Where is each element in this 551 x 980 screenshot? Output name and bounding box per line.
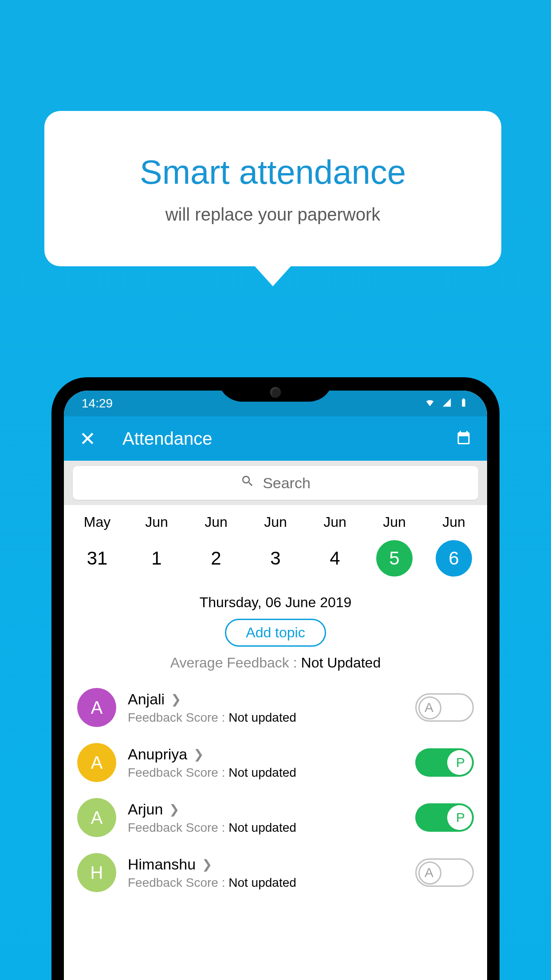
student-name: Arjun❯	[128, 801, 404, 818]
student-info[interactable]: Anjali❯Feedback Score : Not updated	[128, 691, 404, 725]
avg-feedback-label: Average Feedback :	[170, 655, 301, 671]
toggle-state-letter: P	[456, 810, 465, 825]
date-day-number: 31	[87, 548, 108, 569]
feedback-line: Feedback Score : Not updated	[128, 876, 404, 890]
student-info[interactable]: Anupriya❯Feedback Score : Not updated	[128, 746, 404, 780]
chevron-right-icon: ❯	[169, 802, 179, 817]
date-month: Jun	[264, 514, 287, 530]
date-day-circle: 31	[79, 540, 115, 577]
student-row: AArjun❯Feedback Score : Not updatedP	[64, 790, 487, 845]
avatar: A	[77, 743, 116, 782]
date-day-number: 4	[330, 548, 340, 569]
date-cell[interactable]: Jun2	[186, 514, 246, 577]
student-name: Himanshu❯	[128, 856, 404, 873]
date-month: Jun	[145, 514, 168, 530]
date-day-number: 6	[449, 548, 459, 569]
date-month: Jun	[383, 514, 406, 530]
avatar: A	[77, 688, 116, 727]
appbar: ✕ Attendance	[64, 416, 487, 461]
date-cell[interactable]: Jun6	[424, 514, 484, 577]
student-row: AAnupriya❯Feedback Score : Not updatedP	[64, 735, 487, 790]
wifi-icon	[424, 396, 436, 411]
student-info[interactable]: Arjun❯Feedback Score : Not updated	[128, 801, 404, 835]
toggle-state-letter: P	[456, 755, 465, 770]
search-placeholder: Search	[263, 474, 311, 492]
search-input[interactable]: Search	[73, 466, 478, 500]
avg-feedback-value: Not Updated	[301, 655, 381, 671]
date-day-circle: 4	[317, 540, 353, 577]
student-name: Anjali❯	[128, 691, 404, 708]
date-day-circle: 5	[376, 540, 413, 577]
promo-title: Smart attendance	[140, 153, 406, 191]
attendance-toggle[interactable]: A	[415, 858, 474, 887]
avatar: A	[77, 798, 116, 837]
date-month: Jun	[205, 514, 228, 530]
battery-icon	[458, 396, 469, 411]
statusbar-time: 14:29	[82, 396, 113, 411]
date-day-number: 3	[270, 548, 280, 569]
date-cell[interactable]: Jun4	[305, 514, 365, 577]
selected-full-date: Thursday, 06 June 2019	[64, 594, 487, 611]
date-day-circle: 2	[198, 540, 234, 577]
student-name: Anupriya❯	[128, 746, 404, 763]
cellular-icon	[441, 396, 453, 411]
date-cell[interactable]: Jun1	[127, 514, 186, 577]
phone-frame: 14:29 ✕ Attendance	[51, 377, 500, 980]
student-info[interactable]: Himanshu❯Feedback Score : Not updated	[128, 856, 404, 890]
avatar: H	[77, 853, 116, 892]
searchbar-container: Search	[64, 461, 487, 505]
date-month: May	[84, 514, 110, 530]
chevron-right-icon: ❯	[202, 857, 212, 872]
appbar-title: Attendance	[122, 429, 456, 449]
feedback-line: Feedback Score : Not updated	[128, 821, 404, 835]
calendar-icon[interactable]	[456, 430, 472, 447]
average-feedback: Average Feedback : Not Updated	[64, 655, 487, 671]
feedback-line: Feedback Score : Not updated	[128, 711, 404, 725]
date-day-number: 2	[211, 548, 221, 569]
add-topic-button[interactable]: Add topic	[225, 619, 326, 647]
date-day-circle: 6	[436, 540, 472, 577]
attendance-toggle[interactable]: P	[415, 803, 474, 832]
search-icon	[240, 474, 255, 492]
chevron-right-icon: ❯	[193, 747, 204, 762]
date-strip: May31Jun1Jun2Jun3Jun4Jun5Jun6	[64, 505, 487, 590]
date-cell[interactable]: Jun3	[246, 514, 305, 577]
phone-notch	[218, 377, 333, 402]
student-row: HHimanshu❯Feedback Score : Not updatedA	[64, 845, 487, 900]
chevron-right-icon: ❯	[171, 692, 181, 707]
student-row: AAnjali❯Feedback Score : Not updatedA	[64, 680, 487, 735]
promo-subtitle: will replace your paperwork	[165, 205, 381, 225]
date-month: Jun	[442, 514, 465, 530]
date-cell[interactable]: Jun5	[365, 514, 424, 577]
date-day-number: 1	[151, 548, 161, 569]
date-month: Jun	[323, 514, 346, 530]
close-icon[interactable]: ✕	[79, 427, 96, 450]
student-list: AAnjali❯Feedback Score : Not updatedAAAn…	[64, 680, 487, 900]
attendance-toggle[interactable]: A	[415, 693, 474, 722]
date-day-circle: 1	[138, 540, 175, 577]
app-screen: 14:29 ✕ Attendance	[64, 391, 487, 980]
toggle-state-letter: A	[425, 865, 433, 880]
promo-bubble: Smart attendance will replace your paper…	[44, 111, 501, 266]
toggle-state-letter: A	[425, 700, 433, 715]
attendance-toggle[interactable]: P	[415, 748, 474, 777]
date-cell[interactable]: May31	[67, 514, 127, 577]
date-day-circle: 3	[257, 540, 294, 577]
date-day-number: 5	[389, 548, 399, 569]
feedback-line: Feedback Score : Not updated	[128, 766, 404, 780]
